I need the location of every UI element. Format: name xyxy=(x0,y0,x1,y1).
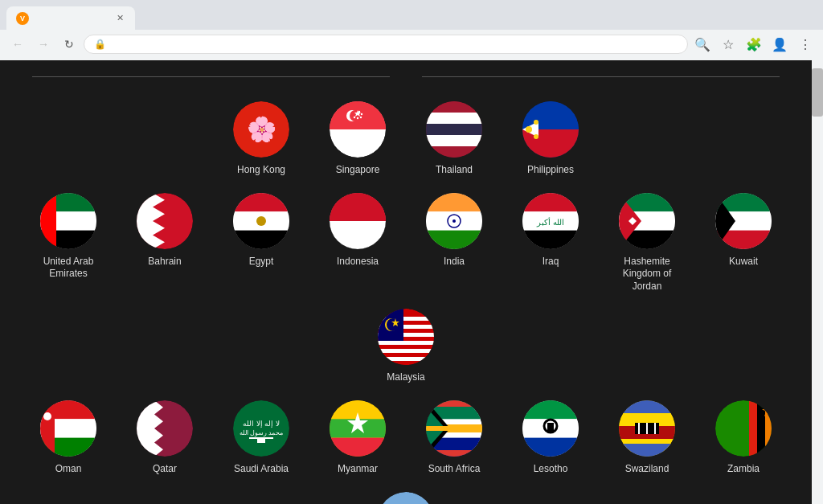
svg-rect-86 xyxy=(257,438,265,443)
flag-circle-bh xyxy=(137,193,193,249)
window-controls xyxy=(702,7,817,30)
country-item-zm[interactable]: Zambia xyxy=(707,400,780,476)
reload-button[interactable]: ↻ xyxy=(58,33,80,55)
minimize-button[interactable] xyxy=(702,7,739,30)
svg-point-8 xyxy=(358,111,360,113)
forward-button[interactable]: → xyxy=(32,33,55,55)
address-bar[interactable]: 🔒 xyxy=(84,35,688,54)
svg-rect-38 xyxy=(426,230,482,248)
tab-favicon: V xyxy=(16,12,29,25)
country-item-sa[interactable]: لا إله إلا الله محمد رسول الله Saudi Ara… xyxy=(225,400,297,476)
country-item-bw[interactable]: Botswana xyxy=(370,492,442,504)
country-item-in[interactable]: India xyxy=(418,193,490,293)
title-bar: V ✕ xyxy=(0,0,823,30)
tab-close-button[interactable]: ✕ xyxy=(115,11,125,25)
country-name-in: India xyxy=(444,256,465,268)
restore-button[interactable] xyxy=(741,7,778,30)
flag-circle-ae xyxy=(40,193,96,249)
svg-rect-104 xyxy=(522,438,579,457)
svg-rect-65 xyxy=(378,341,434,345)
svg-rect-26 xyxy=(40,193,56,249)
flag-circle-iq: الله أكبر xyxy=(522,193,579,249)
svg-point-82 xyxy=(233,400,289,457)
flag-circle-sz xyxy=(619,400,675,457)
svg-point-40 xyxy=(452,219,456,223)
svg-rect-70 xyxy=(378,361,434,365)
svg-rect-108 xyxy=(619,400,675,413)
svg-rect-16 xyxy=(426,135,482,146)
browser-tab[interactable]: V ✕ xyxy=(6,6,135,30)
svg-rect-31 xyxy=(233,230,289,248)
header-line-right xyxy=(422,76,780,77)
svg-rect-44 xyxy=(522,230,579,248)
scrollbar-thumb[interactable] xyxy=(812,68,823,117)
country-name-zm: Zambia xyxy=(727,463,760,476)
country-name-my: Malaysia xyxy=(387,371,424,384)
country-name-th: Thailand xyxy=(436,164,473,177)
page-content: 🌸 Hong Kong Singapore Thailand xyxy=(0,60,812,504)
extensions-icon[interactable]: 🧩 xyxy=(743,33,765,55)
country-name-om: Oman xyxy=(55,463,82,476)
country-item-ls[interactable]: Lesotho xyxy=(514,400,587,476)
flag-circle-jo xyxy=(619,193,675,249)
country-item-sg[interactable]: Singapore xyxy=(321,101,394,177)
new-tab-button[interactable] xyxy=(138,15,151,22)
country-item-th[interactable]: Thailand xyxy=(418,101,490,177)
lock-icon: 🔒 xyxy=(94,39,106,50)
country-item-id[interactable]: Indonesia xyxy=(321,193,394,293)
country-item-ae[interactable]: United Arab Emirates xyxy=(32,193,104,293)
profile-icon[interactable]: 👤 xyxy=(768,33,791,55)
svg-text:لا إله إلا الله: لا إله إلا الله xyxy=(243,420,280,428)
flag-circle-hk: 🌸 xyxy=(233,101,289,158)
country-item-om[interactable]: Oman xyxy=(32,400,104,476)
flag-circle-sa: لا إله إلا الله محمد رسول الله xyxy=(233,400,289,457)
svg-text:🌸: 🌸 xyxy=(247,115,277,144)
flag-circle-eg xyxy=(233,193,289,249)
country-item-za[interactable]: South Africa xyxy=(418,400,490,476)
svg-rect-67 xyxy=(378,349,434,353)
country-item-jo[interactable]: Hashemite Kingdom of Jordan xyxy=(611,193,683,293)
country-item-kw[interactable]: Kuwait xyxy=(707,193,780,293)
page-header xyxy=(32,76,780,77)
country-name-za: South Africa xyxy=(428,463,481,476)
country-name-ph: Philippines xyxy=(527,164,574,177)
svg-rect-112 xyxy=(619,444,675,457)
flag-circle-bw xyxy=(378,492,434,504)
close-button[interactable] xyxy=(780,7,817,30)
country-item-hk[interactable]: 🌸 Hong Kong xyxy=(225,101,297,177)
svg-rect-66 xyxy=(378,345,434,349)
flag-circle-sg xyxy=(330,101,386,158)
search-icon[interactable]: 🔍 xyxy=(691,33,714,55)
flag-circle-in xyxy=(426,193,482,249)
flag-circle-zm xyxy=(715,400,772,457)
svg-point-11 xyxy=(357,117,358,119)
svg-rect-119 xyxy=(757,400,765,457)
country-item-mm[interactable]: Myanmar xyxy=(321,400,394,476)
country-item-bh[interactable]: Bahrain xyxy=(129,193,201,293)
country-name-ae: United Arab Emirates xyxy=(32,256,104,281)
scrollbar[interactable] xyxy=(812,60,823,504)
back-button[interactable]: ← xyxy=(6,33,29,55)
toolbar-icons: 🔍 ☆ 🧩 👤 ⋮ xyxy=(691,33,817,55)
country-item-qa[interactable]: Qatar xyxy=(129,400,201,476)
svg-text:محمد رسول الله: محمد رسول الله xyxy=(240,429,283,436)
country-item-eg[interactable]: Egypt xyxy=(225,193,297,293)
svg-point-21 xyxy=(534,134,538,139)
svg-rect-100 xyxy=(426,450,482,457)
country-item-iq[interactable]: الله أكبر Iraq xyxy=(514,193,587,293)
bookmark-icon[interactable]: ☆ xyxy=(717,33,739,55)
flag-circle-my xyxy=(378,309,434,365)
country-item-my[interactable]: Malaysia xyxy=(370,309,442,384)
svg-rect-68 xyxy=(378,353,434,357)
country-item-sz[interactable]: Swaziland xyxy=(611,400,683,476)
menu-icon[interactable]: ⋮ xyxy=(794,33,817,55)
svg-point-20 xyxy=(534,120,538,125)
mid2-country-section: Oman Qatar لا إله إلا الله محمد رسول الل… xyxy=(32,400,780,504)
svg-point-19 xyxy=(526,126,532,133)
country-name-id: Indonesia xyxy=(337,256,379,268)
country-item-ph[interactable]: Philippines xyxy=(514,101,587,177)
svg-rect-118 xyxy=(749,400,757,457)
header-line-left xyxy=(32,76,390,77)
svg-rect-120 xyxy=(765,400,772,457)
flag-circle-ls xyxy=(522,400,579,457)
